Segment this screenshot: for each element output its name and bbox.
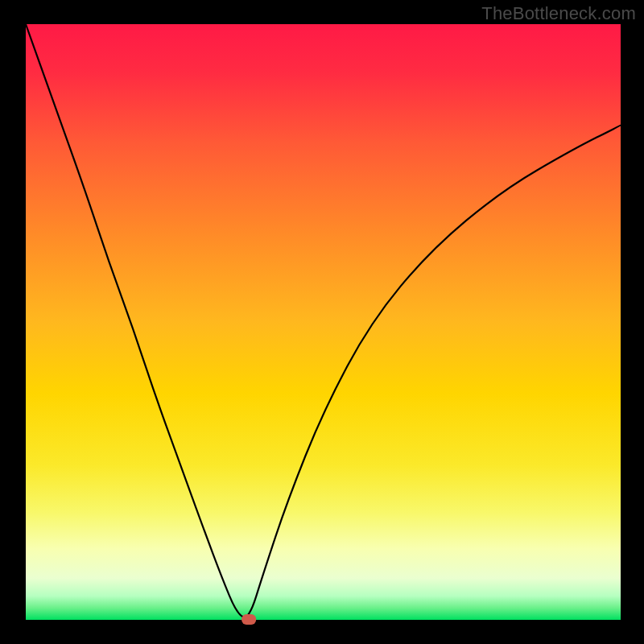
optimal-point-marker (242, 614, 256, 625)
chart-frame: TheBottleneck.com (0, 0, 644, 644)
plot-area-bg (26, 24, 621, 620)
chart-svg (0, 0, 644, 644)
